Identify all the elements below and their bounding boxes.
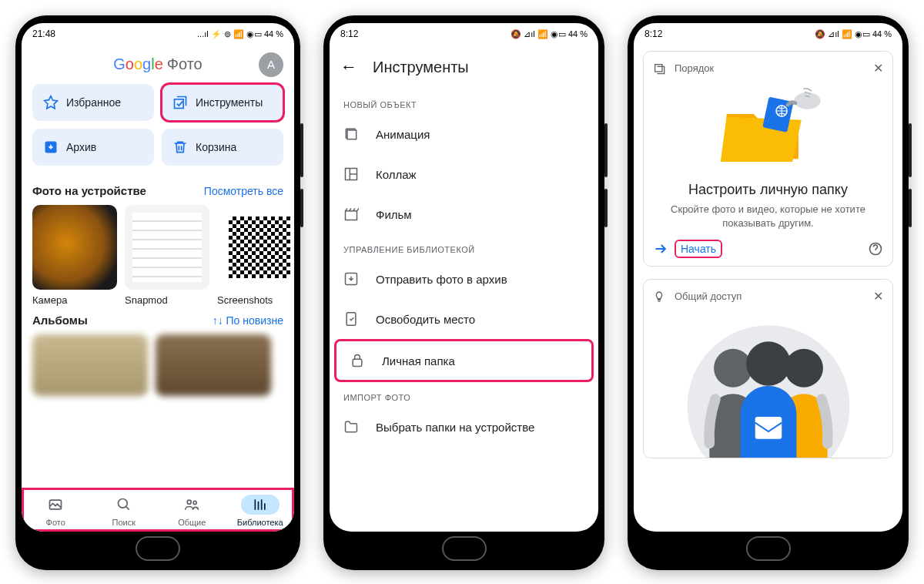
star-icon xyxy=(43,95,59,110)
item-collage[interactable]: Коллаж xyxy=(330,154,598,194)
svg-rect-12 xyxy=(655,64,662,71)
svg-point-3 xyxy=(118,499,127,508)
album-snapmod[interactable]: Snapmod xyxy=(125,205,209,306)
svg-rect-8 xyxy=(346,211,357,220)
archive-icon xyxy=(43,139,59,155)
tile-favorites[interactable]: Избранное xyxy=(32,84,154,121)
help-icon[interactable] xyxy=(868,241,883,257)
phone-frame-2: 8:12 🔕 ⊿ıl 📶 ◉▭ 44 % ← Инструменты НОВЫЙ… xyxy=(323,15,604,570)
svg-point-19 xyxy=(785,349,823,388)
section-albums: Альбомы xyxy=(32,314,88,327)
svg-point-20 xyxy=(746,341,790,385)
movie-icon xyxy=(343,206,359,222)
album-camera[interactable]: Камера xyxy=(32,205,117,306)
people-icon xyxy=(184,497,199,512)
nav-photos[interactable]: Фото xyxy=(22,488,90,532)
status-time: 8:12 xyxy=(644,29,662,39)
status-icons: ...ıl ⚡ ⊚ 📶 ◉▭ 44 % xyxy=(197,29,283,39)
section-new: НОВЫЙ ОБЪЕКТ xyxy=(330,89,598,114)
item-animation[interactable]: Анимация xyxy=(330,114,598,154)
link-view-all[interactable]: Посмотреть все xyxy=(204,185,283,197)
animation-icon xyxy=(343,126,359,142)
status-bar: 8:12 🔕 ⊿ıl 📶 ◉▭ 44 % xyxy=(330,23,598,45)
album-blurred[interactable] xyxy=(32,334,148,396)
search-icon xyxy=(116,497,132,512)
section-device-photos: Фото на устройстве xyxy=(32,184,146,197)
phone-frame-1: 21:48 ...ıl ⚡ ⊚ 📶 ◉▭ 44 % GoogleФото A И… xyxy=(15,15,300,570)
item-archive[interactable]: Отправить фото в архив xyxy=(330,259,598,299)
app-logo: GoogleФото xyxy=(113,55,202,73)
item-choose-folders[interactable]: Выбрать папки на устройстве xyxy=(330,407,598,447)
free-space-icon xyxy=(343,311,359,327)
library-icon xyxy=(253,497,268,512)
svg-rect-21 xyxy=(755,417,781,439)
lock-icon xyxy=(350,353,365,368)
arrow-right-icon xyxy=(653,241,668,257)
order-icon xyxy=(653,62,665,75)
tile-archive[interactable]: Архив xyxy=(32,129,154,166)
start-button[interactable]: Начать xyxy=(676,241,721,257)
status-icons: 🔕 ⊿ıl 📶 ◉▭ 44 % xyxy=(815,29,892,39)
album-blurred[interactable] xyxy=(156,334,271,396)
svg-rect-6 xyxy=(347,130,357,139)
album-thumb xyxy=(125,205,209,290)
bottom-nav: Фото Поиск Общие Библиотека xyxy=(22,488,294,532)
status-bar: 8:12 🔕 ⊿ıl 📶 ◉▭ 44 % xyxy=(634,23,902,45)
svg-point-5 xyxy=(193,501,196,504)
svg-point-4 xyxy=(187,500,191,504)
nav-library[interactable]: Библиотека xyxy=(226,488,295,532)
album-thumb xyxy=(32,205,117,290)
back-button[interactable]: ← xyxy=(340,57,357,77)
trash-icon xyxy=(172,139,188,155)
album-screenshots[interactable]: Screenshots xyxy=(217,205,294,306)
close-icon[interactable]: ✕ xyxy=(873,289,883,304)
status-icons: 🔕 ⊿ıl 📶 ◉▭ 44 % xyxy=(511,29,588,39)
page-title: Инструменты xyxy=(373,59,469,76)
card-sharing: Общий доступ ✕ xyxy=(643,279,893,458)
svg-rect-0 xyxy=(175,99,184,109)
collage-icon xyxy=(343,166,359,182)
folder-icon xyxy=(343,419,359,435)
status-time: 8:12 xyxy=(340,29,358,39)
close-icon[interactable]: ✕ xyxy=(873,61,883,76)
status-time: 21:48 xyxy=(32,29,55,39)
photo-icon xyxy=(48,497,63,512)
card-title: Настроить личную папку xyxy=(653,182,883,198)
tile-trash[interactable]: Корзина xyxy=(162,129,283,166)
card-setup-locked: Порядок ✕ Настроить личную па xyxy=(643,51,893,267)
archive-down-icon xyxy=(343,271,359,287)
section-import: ИМПОРТ ФОТО xyxy=(330,382,598,407)
bulb-icon xyxy=(653,290,665,303)
card-subtitle: Скройте фото и видео, которые не хотите … xyxy=(653,203,883,230)
people-illustration xyxy=(653,304,883,458)
phone-frame-3: 8:12 🔕 ⊿ıl 📶 ◉▭ 44 % Порядок ✕ xyxy=(628,15,909,570)
item-locked-folder[interactable]: Личная папка xyxy=(336,341,592,381)
nav-shared[interactable]: Общие xyxy=(158,488,226,532)
folder-illustration xyxy=(653,76,883,176)
svg-point-15 xyxy=(794,92,820,109)
svg-point-18 xyxy=(714,349,752,388)
item-free-space[interactable]: Освободить место xyxy=(330,299,598,339)
tools-icon xyxy=(172,95,188,110)
sort-link[interactable]: ↑↓ По новизне xyxy=(213,314,283,327)
item-movie[interactable]: Фильм xyxy=(330,194,598,234)
status-bar: 21:48 ...ıl ⚡ ⊚ 📶 ◉▭ 44 % xyxy=(22,23,294,45)
section-manage: УПРАВЛЕНИЕ БИБЛИОТЕКОЙ xyxy=(330,234,598,259)
album-thumb xyxy=(217,205,294,290)
svg-rect-10 xyxy=(346,313,356,326)
svg-rect-11 xyxy=(353,359,362,366)
tile-tools[interactable]: Инструменты xyxy=(162,84,283,121)
nav-search[interactable]: Поиск xyxy=(90,488,159,532)
avatar[interactable]: A xyxy=(259,52,283,77)
